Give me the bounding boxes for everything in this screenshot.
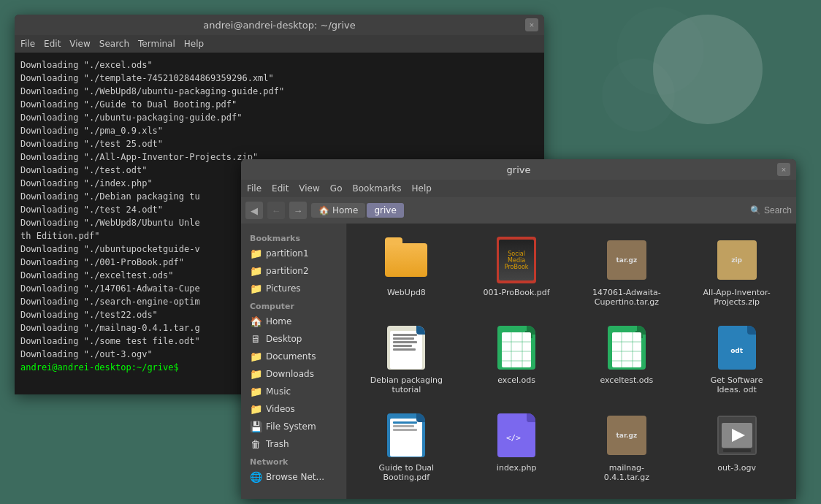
sidebar-item-label: Desktop (266, 334, 302, 344)
fm-sidebar: Bookmarks 📁 partition1 📁 partition2 📁 Pi… (241, 224, 347, 499)
file-icon-dualbooting (383, 412, 429, 459)
svg-rect-0 (502, 332, 531, 367)
list-item[interactable]: Guide to Dual Booting.pdf (354, 406, 459, 488)
list-item[interactable]: WebUpd8 (354, 231, 459, 313)
search-icon: 🔍 (750, 205, 761, 215)
targz-label: tar.gz (616, 432, 638, 439)
sidebar-item-videos[interactable]: 📁 Videos (241, 400, 346, 418)
list-item[interactable]: tar.gz 147061-Adwaita-Cupertino.tar.gz (575, 231, 679, 313)
terminal-menu-help[interactable]: Help (184, 39, 204, 49)
file-icon-webupd8 (383, 237, 429, 283)
fm-menu-view[interactable]: View (299, 183, 319, 194)
file-icon-getsoftware: odt (714, 324, 760, 371)
filesystem-icon: 💾 (250, 421, 261, 432)
terminal-close-button[interactable]: × (525, 18, 538, 31)
sidebar-item-label: Pictures (266, 283, 301, 294)
file-name: All-App-Inventor-Projects.zip (700, 288, 774, 307)
sidebar-item-partition2[interactable]: 📁 partition2 (241, 262, 346, 280)
fm-files-grid: WebUpd8 Social Media ProBook 001-ProBook… (347, 224, 796, 499)
list-item[interactable]: Social Media ProBook 001-ProBook.pdf (465, 231, 569, 313)
list-item[interactable]: tar.gz mailnag-0.4.1.tar.gz (575, 406, 679, 488)
file-icon-appinventor: zip (714, 237, 760, 283)
filemanager-body: Bookmarks 📁 partition1 📁 partition2 📁 Pi… (241, 224, 796, 499)
targz-label: tar.gz (616, 256, 638, 264)
sidebar-item-label: Music (266, 386, 291, 397)
file-icon-mailnag: tar.gz (603, 412, 650, 459)
filemanager-close-button[interactable]: × (777, 163, 790, 176)
fm-menu-file[interactable]: File (247, 183, 261, 194)
svg-rect-6 (612, 332, 641, 367)
sidebar-item-downloads[interactable]: 📁 Downloads (241, 365, 346, 383)
list-item[interactable]: out-3.ogv (684, 406, 789, 488)
sidebar-network-section: Network (241, 453, 346, 468)
fm-back-button[interactable]: ← (267, 202, 285, 219)
folder-icon: 📁 (250, 265, 261, 277)
file-icon-indexphp: </> (493, 412, 540, 459)
trash-icon: 🗑 (250, 438, 261, 450)
file-name: Get Software Ideas. odt (700, 375, 774, 394)
terminal-menu-search[interactable]: Search (99, 39, 129, 49)
probook-cover: Social Media ProBook (499, 240, 534, 280)
search-button[interactable]: 🔍 Search (750, 205, 792, 215)
list-item[interactable]: Debian packaging tutorial (354, 318, 459, 400)
sidebar-item-music[interactable]: 📁 Music (241, 383, 346, 400)
folder-icon: 📁 (250, 403, 261, 415)
file-name: index.php (497, 463, 537, 473)
sidebar-item-label: partition1 (266, 248, 309, 259)
sidebar-bookmarks-section: Bookmarks (241, 229, 346, 245)
fm-forward-button[interactable]: → (289, 202, 307, 219)
breadcrumb: 🏠 Home grive (311, 203, 404, 218)
fm-menu-help[interactable]: Help (412, 183, 432, 194)
file-icon-probook: Social Media ProBook (493, 237, 540, 283)
search-label: Search (764, 205, 792, 215)
folder-icon: 📁 (250, 368, 261, 380)
sidebar-item-home[interactable]: 🏠 Home (241, 313, 346, 330)
file-name: mailnag-0.4.1.tar.gz (590, 463, 663, 482)
terminal-menu-edit[interactable]: Edit (44, 39, 61, 49)
filemanager-titlebar: grive × (241, 159, 796, 180)
sidebar-item-pictures[interactable]: 📁 Pictures (241, 280, 346, 297)
list-item[interactable]: odt Get Software Ideas. odt (684, 318, 789, 400)
list-item[interactable]: excel.ods (465, 318, 569, 400)
file-name: WebUpd8 (387, 288, 426, 297)
home-icon: 🏠 (318, 205, 329, 215)
breadcrumb-active-label: grive (374, 205, 396, 215)
fm-collapse-sidebar-button[interactable]: ◀ (245, 202, 263, 219)
sidebar-item-partition1[interactable]: 📁 partition1 (241, 245, 346, 262)
fm-menu-bookmarks[interactable]: Bookmarks (352, 183, 401, 194)
sidebar-computer-section: Computer (241, 297, 346, 313)
breadcrumb-home[interactable]: 🏠 Home (311, 203, 365, 218)
sidebar-item-filesystem[interactable]: 💾 File System (241, 418, 346, 435)
sidebar-item-documents[interactable]: 📁 Documents (241, 348, 346, 365)
file-name: out-3.ogv (717, 463, 756, 473)
network-icon: 🌐 (250, 471, 261, 483)
filemanager-toolbar: ◀ ← → 🏠 Home grive 🔍 Search (241, 197, 796, 224)
sidebar-item-label: Home (266, 316, 291, 327)
breadcrumb-home-label: Home (332, 205, 358, 215)
sidebar-item-desktop[interactable]: 🖥 Desktop (241, 330, 346, 348)
folder-icon: 📁 (250, 283, 261, 294)
list-item[interactable]: </> index.php (465, 406, 569, 488)
terminal-menu-view[interactable]: View (69, 39, 90, 49)
file-name: Guide to Dual Booting.pdf (370, 463, 443, 482)
file-name: Debian packaging tutorial (370, 375, 443, 394)
list-item[interactable]: exceltest.ods (575, 318, 679, 400)
sidebar-item-trash[interactable]: 🗑 Trash (241, 435, 346, 453)
file-icon-exceltest (603, 324, 650, 371)
svg-text:</>: </> (506, 433, 521, 443)
file-icon-excel (493, 324, 540, 371)
terminal-title: andrei@andrei-desktop: ~/grive (203, 20, 355, 31)
folder-icon: 📁 (250, 351, 261, 362)
filemanager-title: grive (507, 164, 531, 175)
list-item[interactable]: zip All-App-Inventor-Projects.zip (684, 231, 789, 313)
fm-menu-go[interactable]: Go (330, 183, 343, 194)
desktop-icon: 🖥 (250, 333, 261, 345)
terminal-menu-file[interactable]: File (20, 39, 35, 49)
file-icon-debian (383, 324, 429, 371)
fm-menu-edit[interactable]: Edit (272, 183, 289, 194)
sidebar-item-browse-network[interactable]: 🌐 Browse Net... (241, 468, 346, 486)
folder-icon: 📁 (250, 386, 261, 397)
breadcrumb-grive[interactable]: grive (367, 203, 403, 218)
terminal-menu-terminal[interactable]: Terminal (138, 39, 175, 49)
file-icon-adwaita: tar.gz (603, 237, 650, 283)
